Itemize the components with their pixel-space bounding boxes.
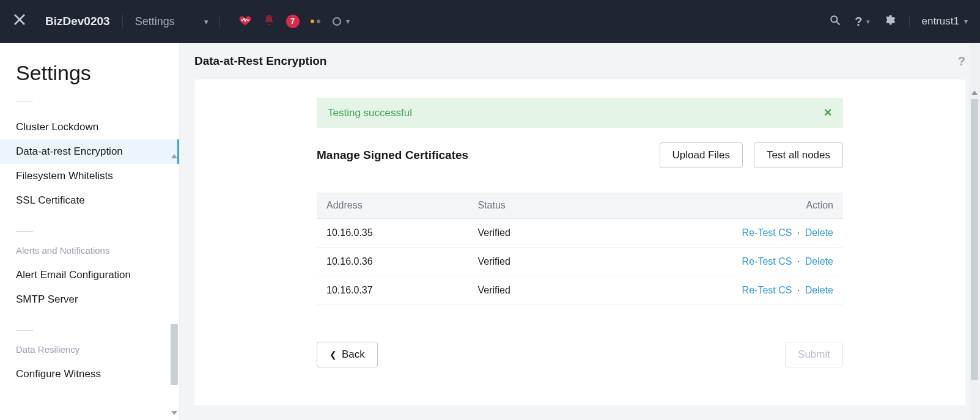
cell-address: 10.16.0.35 (317, 219, 468, 248)
action-separator: · (797, 285, 800, 295)
sidebar-item-alert-email-configuration[interactable]: Alert Email Configuration (0, 263, 179, 287)
action-separator: · (797, 227, 800, 238)
alert-text: Testing successful (328, 107, 412, 119)
alert-success: Testing successful ✕ (317, 98, 843, 128)
cell-address: 10.16.0.36 (317, 248, 468, 276)
table-row: 10.16.0.36 Verified Re-Test CS · Delete (317, 248, 843, 276)
action-separator: · (797, 256, 800, 267)
svg-point-0 (333, 18, 341, 25)
context-dropdown[interactable]: Settings ▾ (135, 15, 220, 28)
sidebar-item-data-at-rest-encryption[interactable]: Data-at-rest Encryption (0, 139, 179, 164)
cell-status: Verified (468, 219, 588, 248)
task-icon[interactable]: ▾ (331, 16, 350, 27)
scrollbar-thumb[interactable] (171, 324, 178, 385)
sidebar-item-ssl-certificate[interactable]: SSL Certificate (0, 188, 179, 213)
cell-action: Re-Test CS · Delete (588, 219, 843, 248)
content-card: Testing successful ✕ Manage Signed Certi… (194, 79, 965, 405)
chevron-down-icon: ▾ (866, 18, 870, 26)
cell-action: Re-Test CS · Delete (588, 276, 843, 305)
submit-button[interactable]: Submit (785, 342, 843, 367)
bell-icon[interactable] (263, 14, 275, 29)
scroll-up-arrow[interactable] (971, 90, 978, 95)
section-title: Manage Signed Certificates (317, 149, 468, 162)
divider (16, 101, 33, 101)
scrollbar-thumb[interactable] (971, 99, 978, 380)
back-button[interactable]: ❮ Back (317, 342, 378, 367)
chevron-down-icon: ▾ (204, 17, 208, 26)
divider (16, 330, 33, 331)
page-help-icon[interactable]: ? (958, 54, 965, 68)
col-action: Action (588, 193, 843, 219)
cell-action: Re-Test CS · Delete (588, 248, 843, 276)
delete-link[interactable]: Delete (805, 256, 833, 267)
cluster-name[interactable]: BizDev0203 (45, 15, 123, 28)
test-all-nodes-button[interactable]: Test all nodes (754, 142, 843, 168)
cell-status: Verified (468, 248, 588, 276)
scroll-down-arrow[interactable] (171, 405, 178, 416)
delete-link[interactable]: Delete (805, 285, 833, 295)
sidebar-title: Settings (0, 61, 179, 95)
top-header: BizDev0203 Settings ▾ 7 ▾ ? ▾ entrust1 (0, 0, 980, 43)
logo-icon[interactable] (12, 12, 27, 31)
page-title: Data-at-Rest Encryption (194, 54, 326, 68)
table-row: 10.16.0.37 Verified Re-Test CS · Delete (317, 276, 843, 305)
divider (16, 231, 33, 232)
sidebar-item-filesystem-whitelists[interactable]: Filesystem Whitelists (0, 164, 179, 188)
scroll-up-arrow[interactable] (171, 153, 178, 164)
status-icon-group: 7 ▾ (238, 13, 350, 29)
gear-icon[interactable] (883, 14, 896, 29)
table-row: 10.16.0.35 Verified Re-Test CS · Delete (317, 219, 843, 248)
header-right-actions: ? ▾ entrust1 ▾ (829, 14, 968, 29)
sidebar-group-label: Data Resiliency (0, 344, 179, 362)
main-scrollbar[interactable] (969, 43, 980, 420)
chevron-down-icon: ▾ (964, 17, 968, 26)
svg-point-1 (831, 16, 838, 22)
delete-link[interactable]: Delete (805, 227, 833, 238)
sidebar-item-smtp-server[interactable]: SMTP Server (0, 287, 179, 312)
retest-link[interactable]: Re-Test CS (742, 227, 792, 238)
chevron-down-icon: ▾ (346, 17, 350, 26)
upload-files-button[interactable]: Upload Files (660, 142, 743, 168)
retest-link[interactable]: Re-Test CS (742, 256, 792, 267)
back-label: Back (342, 348, 365, 361)
certificates-table: Address Status Action 10.16.0.35 Verifie… (317, 193, 843, 305)
sidebar-group: Cluster Lockdown Data-at-rest Encryption… (0, 115, 179, 213)
chevron-left-icon: ❮ (330, 350, 337, 359)
cell-status: Verified (468, 276, 588, 305)
col-status: Status (468, 193, 588, 219)
heart-icon[interactable] (238, 13, 252, 29)
cell-address: 10.16.0.37 (317, 276, 468, 305)
notification-count-badge[interactable]: 7 (286, 15, 300, 28)
context-label: Settings (135, 15, 175, 28)
sidebar-item-cluster-lockdown[interactable]: Cluster Lockdown (0, 115, 179, 139)
status-dots (311, 20, 320, 23)
help-menu[interactable]: ? ▾ (855, 15, 869, 29)
search-icon[interactable] (829, 14, 841, 29)
sidebar-item-configure-witness[interactable]: Configure Witness (0, 362, 179, 386)
sidebar-group-label: Alerts and Notifications (0, 245, 179, 263)
retest-link[interactable]: Re-Test CS (742, 285, 792, 295)
sidebar: Settings Cluster Lockdown Data-at-rest E… (0, 43, 180, 420)
user-menu[interactable]: entrust1 ▾ (909, 15, 968, 28)
main-content: Data-at-Rest Encryption ? Testing succes… (180, 43, 980, 420)
close-icon[interactable]: ✕ (823, 106, 832, 119)
col-address: Address (317, 193, 468, 219)
username-label: entrust1 (922, 15, 959, 28)
